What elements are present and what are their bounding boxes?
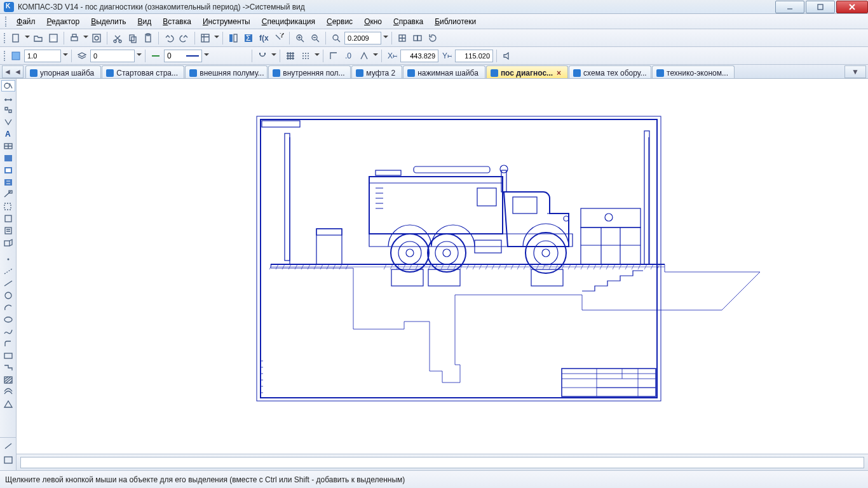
menu-service[interactable]: Сервис [322, 15, 358, 28]
local-cs-button[interactable] [357, 49, 371, 63]
tab-close-icon[interactable]: × [557, 69, 561, 78]
new-doc-button[interactable] [9, 31, 23, 45]
view-shift-button[interactable] [395, 31, 409, 45]
toolbar-grip[interactable] [4, 33, 6, 43]
tab-nav-right[interactable]: ▼ [844, 65, 866, 78]
zoom-fit-button[interactable] [329, 31, 343, 45]
tool-edit[interactable]: A [1, 128, 15, 140]
speaker-button[interactable] [500, 49, 514, 63]
grid-dots-button[interactable] [299, 49, 313, 63]
tool-dimensions[interactable] [1, 92, 15, 104]
work-area[interactable] [17, 79, 868, 470]
tool-select[interactable] [1, 201, 15, 212]
save-button[interactable] [46, 31, 60, 45]
tool-hatch[interactable] [1, 152, 15, 164]
tool-table[interactable] [1, 140, 15, 152]
minimize-button[interactable] [775, 1, 804, 13]
tool-measure[interactable] [1, 189, 15, 200]
tool-insert-frag[interactable] [1, 237, 15, 248]
drawing-canvas[interactable] [29, 81, 862, 447]
tool-spline[interactable] [1, 326, 15, 337]
tool-collect-contour[interactable] [1, 398, 15, 410]
document-tab-6[interactable]: пос диагнос...× [486, 65, 568, 78]
zoom-out-button[interactable] [308, 31, 322, 45]
menu-view[interactable]: Вид [133, 15, 157, 28]
document-tab-1[interactable]: Стартовая стра... [102, 65, 184, 78]
copy-button[interactable] [126, 31, 140, 45]
round-button[interactable]: .0 [342, 49, 356, 63]
tool-symbols[interactable] [1, 104, 15, 116]
grid-button[interactable] [283, 49, 297, 63]
scale-input[interactable] [24, 50, 61, 62]
line-style-select[interactable]: 0 [164, 50, 202, 62]
tool-segment[interactable] [1, 278, 15, 289]
command-input[interactable] [20, 457, 864, 468]
open-button[interactable] [31, 31, 45, 45]
menu-libraries[interactable]: Библиотеки [430, 15, 481, 28]
tool-autoline[interactable] [1, 362, 15, 374]
grid-dropdown[interactable] [314, 49, 320, 63]
tool-fillet[interactable] [1, 338, 15, 349]
document-tab-8[interactable]: технико-эконом... [652, 65, 735, 78]
document-tab-5[interactable]: нажимная шайба [403, 65, 485, 78]
undo-button[interactable] [162, 31, 176, 45]
layer-input[interactable] [90, 50, 135, 62]
print-button[interactable] [67, 31, 81, 45]
tool-hatch-fill[interactable] [1, 374, 15, 386]
line-style-dropdown[interactable] [203, 49, 209, 63]
tool-arc[interactable] [1, 302, 15, 313]
whats-this-button[interactable]: ? [272, 31, 286, 45]
menu-select[interactable]: Выделить [86, 15, 131, 28]
properties-button[interactable] [198, 31, 212, 45]
coord-y-input[interactable] [455, 50, 493, 62]
menu-spec[interactable]: Спецификация [257, 15, 320, 28]
coord-x-input[interactable] [400, 50, 438, 62]
tool-spec[interactable] [1, 213, 15, 224]
document-tab-4[interactable]: муфта 2 [351, 65, 402, 78]
cut-button[interactable] [111, 31, 125, 45]
snap-toggle-button[interactable] [255, 49, 269, 63]
view-prev-button[interactable] [410, 31, 424, 45]
print-preview-button[interactable] [90, 31, 104, 45]
paste-button[interactable] [141, 31, 155, 45]
zoom-in-button[interactable] [293, 31, 307, 45]
tool-text[interactable] [1, 116, 15, 128]
variables-button[interactable]: Σ [241, 31, 255, 45]
tool-reports[interactable] [1, 225, 15, 236]
document-tab-7[interactable]: схема тех обору... [569, 65, 651, 78]
ortho-button[interactable] [327, 49, 341, 63]
layer-dropdown[interactable] [136, 49, 142, 63]
cmd-tool-1[interactable] [1, 440, 15, 452]
properties-dropdown[interactable] [214, 31, 219, 45]
tool-circle[interactable] [1, 290, 15, 301]
cmd-tool-2[interactable] [1, 454, 15, 466]
tool-equidistant[interactable] [1, 386, 15, 398]
toolbar-grip[interactable] [5, 17, 8, 27]
snap-dropdown[interactable] [271, 49, 276, 63]
zoom-dropdown[interactable] [383, 31, 388, 45]
view-refresh-button[interactable] [426, 31, 440, 45]
close-button[interactable] [836, 1, 868, 13]
document-tab-0[interactable]: упорная шайба [25, 65, 101, 78]
menu-insert[interactable]: Вставка [158, 15, 196, 28]
toggle-panel-button[interactable] [226, 31, 240, 45]
tool-ellipse[interactable] [1, 314, 15, 325]
new-doc-dropdown[interactable] [24, 31, 30, 45]
tool-rectangle[interactable] [1, 350, 15, 362]
menu-editor[interactable]: Редактор [42, 15, 85, 28]
tool-views[interactable] [1, 165, 15, 176]
maximize-button[interactable] [806, 1, 835, 13]
document-tab-3[interactable]: внутренняя пол... [268, 65, 351, 78]
local-cs-dropdown[interactable] [372, 49, 378, 63]
tool-aux-line[interactable] [1, 266, 15, 277]
current-state-button[interactable] [9, 49, 23, 63]
tool-parametrize[interactable] [1, 177, 15, 188]
fx-button[interactable]: f(x) [257, 31, 271, 45]
toolbar-grip[interactable] [4, 51, 6, 61]
tab-nav-left[interactable]: ◄◄ [2, 65, 24, 78]
redo-button[interactable] [177, 31, 191, 45]
zoom-value-input[interactable] [344, 32, 381, 44]
document-tab-2[interactable]: внешняя полуму... [185, 65, 268, 78]
tool-point[interactable] [1, 254, 15, 265]
print-dropdown[interactable] [83, 31, 88, 45]
